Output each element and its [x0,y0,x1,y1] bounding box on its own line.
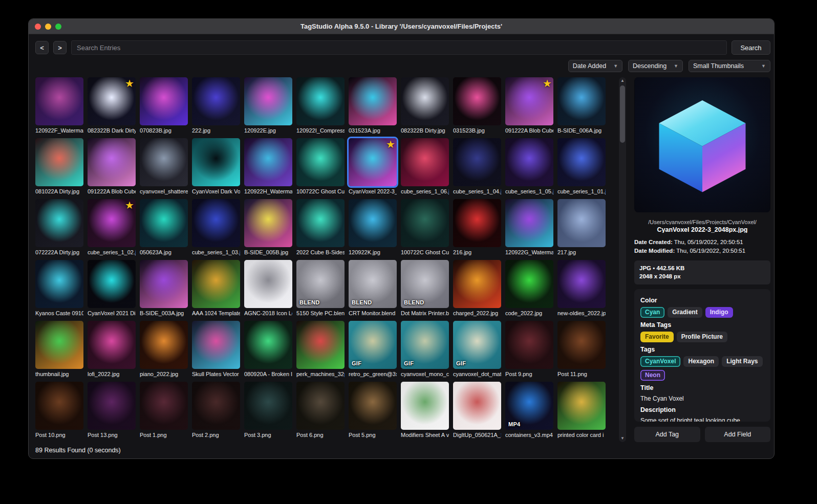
grid-item[interactable]: 070823B.jpg [140,77,188,134]
grid-item[interactable]: GIFcyanvoxel_dot_mat [453,321,501,378]
grid-item[interactable]: ★CyanVoxel 2022-3_ [349,138,397,195]
scroll-up-icon[interactable]: ▲ [619,77,626,84]
grid-item-label: 050623A.jpg [140,249,188,256]
grid-item[interactable]: BLEND5150 Style PC.blen [296,260,345,317]
status-bar: 89 Results Found (0 seconds) [29,442,774,458]
grid-item[interactable]: B-SIDE_006A.jpg [557,77,606,134]
grid-item[interactable]: CyanVoxel Dark Vox [192,138,240,195]
grid-item[interactable]: code_2022.jpg [505,260,553,317]
tag-pill[interactable]: Indigo [705,307,733,318]
grid-item[interactable]: cube_series_1_04.j [453,138,501,195]
grid-item[interactable]: BLENDCRT Monitor.blend [349,260,397,317]
tag-pill[interactable]: Light Rays [722,356,762,367]
grid-item[interactable]: DigItUp_050621A_S [453,382,501,439]
grid-item[interactable]: 100722C Ghost Cut [401,199,449,256]
minimize-button[interactable] [45,24,51,30]
tag-pill[interactable]: Profile Picture [677,332,727,342]
grid-item[interactable]: 031523B.jpg [453,77,501,134]
grid-item[interactable]: 050623A.jpg [140,199,188,256]
add-tag-button[interactable]: Add Tag [634,427,700,442]
file-format-badge: GIF [404,360,414,366]
title-bar[interactable]: TagStudio Alpha 9.5.0 - Library '/Users/… [29,19,774,34]
scroll-down-icon[interactable]: ▼ [619,435,626,442]
grid-item[interactable]: 222.jpg [192,77,240,134]
grid-item[interactable]: charged_2022.jpg [453,260,501,317]
grid-item[interactable]: cube_series_1_01.j [557,138,606,195]
grid-item[interactable]: 081022A Dirty.jpg [35,138,83,195]
grid-item[interactable]: AGNC-2018 Icon Lo [244,260,292,317]
search-button[interactable]: Search [732,40,770,55]
grid-scrollbar[interactable]: ▲ ▼ [619,77,626,442]
tag-pill[interactable]: Neon [640,370,665,381]
grid-item[interactable]: cube_series_1_05.j [505,138,553,195]
grid-item[interactable]: printed color card i [557,382,606,439]
grid-item[interactable]: 120922K.jpg [349,199,397,256]
grid-item[interactable]: Kyanos Caste 0910 [35,260,83,317]
preview-image[interactable] [634,77,770,212]
grid-item[interactable]: cube_series_1_06.j [401,138,449,195]
grid-item[interactable]: ★082322B Dark Dirty [88,77,136,134]
grid-item[interactable]: Post 2.png [192,382,240,439]
grid-item[interactable]: cube_series_1_03.j [192,199,240,256]
grid-item-label: Post 2.png [192,432,240,439]
grid-item[interactable]: ★091222A Blob Cube [505,77,553,134]
thumbnail-size-dropdown[interactable]: Small Thumbnails ▼ [689,60,770,72]
grid-item[interactable]: GIFcyanvoxel_mono_cr [401,321,449,378]
grid-item[interactable]: Post 11.png [557,321,606,378]
grid-item[interactable]: cyanvoxel_shattere [140,138,188,195]
tag-pill[interactable]: Favorite [640,332,674,342]
grid-item[interactable]: Modifiers Sheet A v [401,382,449,439]
forward-button[interactable]: > [53,41,67,54]
grid-item[interactable]: ★cube_series_1_02.j [88,199,136,256]
grid-item[interactable]: B-SIDE_005B.jpg [244,199,292,256]
grid-item[interactable]: AAA 1024 Template [192,260,240,317]
grid-item[interactable]: Post 1.png [140,382,188,439]
grid-item[interactable]: thumbnail.jpg [35,321,83,378]
grid-item[interactable]: 217.jpg [557,199,606,256]
grid-item[interactable]: Post 13.png [88,382,136,439]
sort-field-dropdown[interactable]: Date Added ▼ [568,60,622,72]
grid-item[interactable]: Post 3.png [244,382,292,439]
grid-item[interactable]: Post 6.png [296,382,345,439]
grid-item[interactable]: piano_2022.jpg [140,321,188,378]
grid-item[interactable]: CyanVoxel 2021 Dis [88,260,136,317]
grid-item[interactable]: 072222A Dirty.jpg [35,199,83,256]
tag-pill[interactable]: CyanVoxel [640,356,680,367]
tag-pill[interactable]: Gradient [668,307,702,318]
grid-item[interactable]: lofi_2022.jpg [88,321,136,378]
back-button[interactable]: < [35,41,49,54]
add-field-button[interactable]: Add Field [705,427,771,442]
zoom-button[interactable] [55,24,61,30]
grid-item[interactable]: Skull Plates Vector [192,321,240,378]
grid-item[interactable]: BLENDDot Matrix Printer.b [401,260,449,317]
grid-item[interactable]: 120922G_Waterma [505,199,553,256]
search-input[interactable] [71,40,727,55]
sort-order-dropdown[interactable]: Descending ▼ [628,60,683,72]
grid-item[interactable]: new-oldies_2022.jp [557,260,606,317]
close-button[interactable] [35,24,41,30]
grid-item[interactable]: 120922F_Watermark [35,77,83,134]
grid-item[interactable]: B-SIDE_003A.jpg [140,260,188,317]
grid-item[interactable]: 120922H_Waterma [244,138,292,195]
scrollbar-thumb[interactable] [620,85,625,143]
tag-pill[interactable]: Hexagon [683,356,719,367]
grid-item-label: Post 11.png [557,371,606,378]
grid-item[interactable]: 091222A Blob Cube [88,138,136,195]
grid-item[interactable]: Post 10.png [35,382,83,439]
thumbnail-image [192,77,240,125]
grid-item[interactable]: 100722C Ghost Cut [296,138,345,195]
file-format-badge: BLEND [352,299,372,305]
grid-item[interactable]: 120922E.jpg [244,77,292,134]
grid-item[interactable]: Post 5.png [349,382,397,439]
grid-item[interactable]: 120922I_Compresse [296,77,345,134]
grid-item[interactable]: GIFretro_pc_green@3x [349,321,397,378]
tag-pill[interactable]: Cyan [640,307,664,318]
grid-item[interactable]: 031523A.jpg [349,77,397,134]
grid-item[interactable]: Post 9.png [505,321,553,378]
grid-item[interactable]: 082322B Dirty.jpg [401,77,449,134]
grid-item[interactable]: MP4containers_v3.mp4 [505,382,553,439]
grid-item[interactable]: 2022 Cube B-Sides [296,199,345,256]
grid-item[interactable]: perk_machines_32p [296,321,345,378]
grid-item[interactable]: 080920A - Broken I [244,321,292,378]
grid-item[interactable]: 216.jpg [453,199,501,256]
